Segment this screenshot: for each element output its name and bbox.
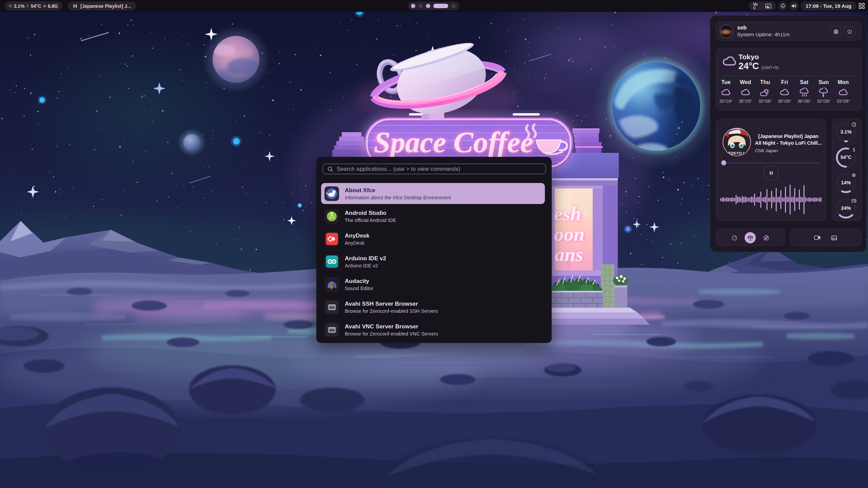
svg-text:TOKYO L: TOKYO L xyxy=(728,151,745,155)
svg-text:Space Coffee: Space Coffee xyxy=(374,126,533,159)
svg-text:oon: oon xyxy=(554,223,585,245)
svg-text:ans: ans xyxy=(555,243,583,265)
svg-text:esh: esh xyxy=(554,203,581,225)
